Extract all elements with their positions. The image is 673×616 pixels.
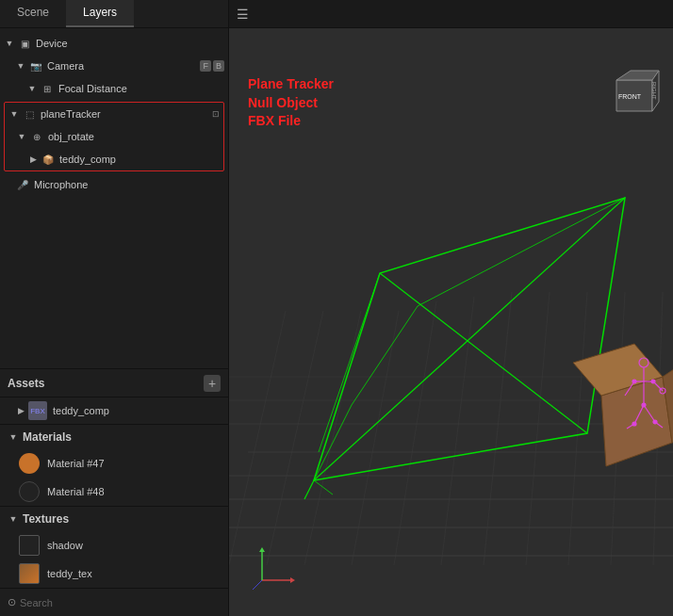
- focal-label: Focal Distance: [58, 83, 127, 94]
- arrow-materials: [8, 431, 19, 443]
- search-input[interactable]: [20, 597, 221, 608]
- svg-marker-48: [616, 71, 659, 80]
- tree-item-teddycomp[interactable]: 📦 teddy_comp: [5, 148, 223, 170]
- focal-icon: ⊞: [40, 81, 55, 96]
- plane-icon: ⬚: [22, 106, 37, 122]
- arrow-objrotate: [16, 131, 27, 142]
- svg-marker-55: [259, 547, 265, 552]
- camera-label: Camera: [47, 60, 84, 72]
- texture-item-teddytex[interactable]: teddy_tex: [0, 559, 228, 588]
- svg-point-45: [653, 420, 657, 424]
- tree-item-planetracker[interactable]: ⬚ planeTracker ⊡: [5, 103, 223, 125]
- highlighted-group: ⬚ planeTracker ⊡ ⊕ obj_rotate 📦 teddy_co…: [4, 102, 224, 171]
- texture-label-teddytex: teddy_tex: [47, 568, 92, 579]
- tab-layers[interactable]: Layers: [66, 0, 134, 27]
- materials-header[interactable]: Materials: [0, 425, 228, 449]
- scene-tree: ▣ Device 📷 Camera F B ⊞ Focal Distance ⬚: [0, 28, 228, 368]
- tree-item-objrotate[interactable]: ⊕ obj_rotate: [5, 125, 223, 148]
- assets-title: Assets: [8, 377, 44, 390]
- hamburger-icon[interactable]: ☰: [237, 7, 249, 22]
- tree-item-focal[interactable]: ⊞ Focal Distance: [0, 77, 228, 100]
- svg-point-42: [651, 380, 655, 383]
- material-label-48: Material #48: [47, 486, 105, 497]
- texture-item-shadow[interactable]: shadow: [0, 531, 228, 559]
- asset-thumb-fbx: FBX: [28, 401, 47, 420]
- camera-badges: F B: [200, 60, 224, 72]
- svg-text:FRONT: FRONT: [618, 93, 642, 100]
- material-item-48[interactable]: Material #48: [0, 478, 228, 506]
- search-icon: ⊙: [8, 596, 16, 608]
- arrow-device: [4, 38, 15, 49]
- annotation-planetracker: Plane Tracker: [248, 75, 334, 94]
- svg-text:RIGHT: RIGHT: [651, 82, 657, 100]
- textures-section: Textures shadow teddy_tex: [0, 507, 228, 588]
- badge-b: B: [213, 60, 224, 72]
- tree-item-microphone[interactable]: 🎤 Microphone: [0, 173, 228, 196]
- planetracker-label: planeTracker: [41, 108, 101, 120]
- thumb-teddytex: [19, 563, 40, 584]
- svg-line-56: [253, 580, 262, 590]
- arrow-camera: [15, 60, 26, 72]
- tree-item-camera[interactable]: 📷 Camera F B: [0, 55, 228, 77]
- material-label-47: Material #47: [47, 458, 105, 469]
- assets-add-button[interactable]: +: [204, 375, 221, 392]
- null-icon: ⊕: [29, 129, 44, 144]
- search-bar: ⊙: [0, 588, 228, 616]
- arrow-focal: [26, 83, 38, 94]
- viewport-toolbar: ☰: [229, 0, 673, 28]
- assets-header: Assets +: [0, 369, 228, 397]
- assets-section: Assets + FBX teddy_comp: [0, 369, 228, 424]
- fbx-icon: 📦: [41, 152, 56, 167]
- arrow-planetracker: [8, 108, 20, 120]
- annotation-labels: Plane Tracker Null Object FBX File: [248, 75, 334, 131]
- materials-section: Materials Material #47 Material #48: [0, 425, 228, 506]
- texture-label-shadow: shadow: [47, 540, 83, 551]
- asset-label-teddycomp: teddy_comp: [53, 405, 109, 416]
- swatch-48: [19, 481, 40, 502]
- objrotate-label: obj_rotate: [48, 131, 94, 142]
- arrow-asset-teddy: [15, 405, 26, 416]
- arrow-teddycomp: [27, 154, 39, 165]
- textures-header[interactable]: Textures: [0, 507, 228, 531]
- tree-item-device[interactable]: ▣ Device: [0, 32, 228, 55]
- tab-scene[interactable]: Scene: [0, 0, 66, 27]
- monitor-icon: ▣: [17, 36, 32, 51]
- annotation-nullobject: Null Object: [248, 94, 334, 113]
- viewport: ☰: [229, 0, 673, 616]
- device-label: Device: [36, 38, 68, 49]
- svg-marker-53: [290, 577, 295, 583]
- svg-point-44: [632, 422, 636, 426]
- teddycomp-label: teddy_comp: [59, 154, 116, 165]
- svg-point-43: [642, 403, 646, 407]
- material-item-47[interactable]: Material #47: [0, 449, 228, 478]
- axis-indicator: [248, 538, 304, 597]
- microphone-label: Microphone: [34, 179, 88, 190]
- camera-icon: 📷: [28, 58, 43, 73]
- asset-item-teddycomp[interactable]: FBX teddy_comp: [0, 397, 228, 424]
- thumb-shadow: [19, 535, 40, 556]
- textures-title: Textures: [23, 512, 69, 526]
- tab-bar: Scene Layers: [0, 0, 228, 28]
- arrow-textures: [8, 513, 19, 525]
- tracker-badge: ⊡: [212, 109, 220, 119]
- left-panel: Scene Layers ▣ Device 📷 Camera F B ⊞ Foc…: [0, 0, 229, 616]
- mic-icon: 🎤: [15, 177, 30, 192]
- swatch-47: [19, 453, 40, 474]
- materials-title: Materials: [23, 430, 72, 444]
- annotation-fbxfile: FBX File: [248, 112, 334, 131]
- view-cube[interactable]: FRONT RIGHT: [607, 66, 664, 118]
- viewport-canvas: FRONT RIGHT Plane Tracker Null Object FB…: [229, 28, 673, 616]
- badge-f: F: [200, 60, 211, 72]
- svg-point-41: [632, 380, 636, 383]
